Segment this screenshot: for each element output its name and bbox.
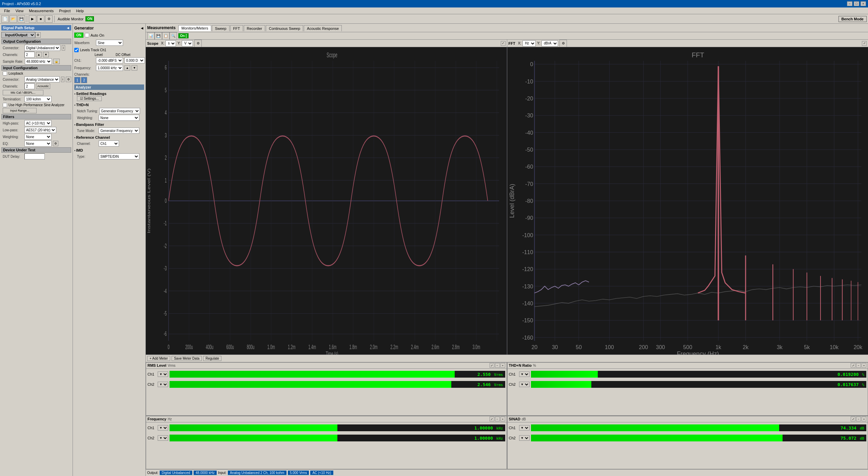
signal-path-expand[interactable]: ◄: [66, 26, 70, 30]
new-button[interactable]: 📄: [1, 15, 9, 23]
scope-x-select[interactable]: s: [165, 40, 176, 46]
sinad-expand-btn[interactable]: ⤢: [851, 417, 855, 421]
thd-settings-btn[interactable]: −: [856, 363, 861, 368]
ch1-btn[interactable]: 1: [74, 77, 80, 83]
chart-on-btn[interactable]: On [: [178, 33, 189, 38]
input-connector-settings[interactable]: ⚙: [66, 77, 71, 82]
input-connector-select[interactable]: Analog Unbalanced: [24, 76, 60, 82]
termination-select[interactable]: 100 kohm: [24, 96, 52, 102]
output-channels-input[interactable]: [24, 52, 35, 58]
fft-y-select[interactable]: dBrA: [541, 40, 558, 46]
input-acoustic-btn[interactable]: Acoustic: [36, 83, 50, 89]
tab-sweep[interactable]: Sweep: [212, 25, 230, 31]
sinad-ch2-dropdown[interactable]: ▼: [519, 435, 530, 441]
menu-view[interactable]: View: [13, 8, 26, 14]
add-meter-btn[interactable]: + Add Meter: [147, 356, 170, 361]
input-range-btn[interactable]: Input Range...: [3, 108, 37, 113]
rms-settings-btn[interactable]: −: [495, 363, 500, 368]
freq-expand-btn[interactable]: ⤢: [490, 417, 494, 421]
low-pass-select[interactable]: AES17 (20 kHz): [24, 127, 56, 133]
tab-fft[interactable]: FFT: [230, 25, 243, 31]
mic-cal-btn[interactable]: Mic Cal / dBSPL...: [3, 90, 43, 95]
sinad-settings-btn[interactable]: −: [856, 417, 861, 421]
analyzer-weighting-select[interactable]: None: [99, 115, 139, 121]
maximize-button[interactable]: □: [854, 1, 859, 6]
stop-button[interactable]: ■: [37, 15, 44, 23]
high-pass-select[interactable]: AC (<10 Hz): [24, 120, 52, 126]
rms-ch1-dropdown[interactable]: ▼: [158, 372, 168, 377]
sample-rate-lock[interactable]: 🔒: [53, 59, 60, 64]
scope-expand-btn[interactable]: ⤢: [501, 41, 506, 46]
generator-expand[interactable]: ◄: [140, 26, 144, 31]
generator-on-btn[interactable]: ON: [74, 33, 83, 38]
high-perf-checkbox[interactable]: [3, 103, 7, 107]
auto-on-checkbox[interactable]: [85, 33, 89, 37]
settings-toolbar-button[interactable]: ⚙: [45, 15, 53, 23]
tune-mode-select[interactable]: Generator Frequency: [99, 128, 139, 134]
scope-settings-btn[interactable]: ⚙: [194, 40, 202, 47]
chart-icon-btn4[interactable]: 🔍: [170, 32, 177, 40]
ref-channel-select[interactable]: Ch1: [99, 140, 119, 147]
tab-acoustic-response[interactable]: Acoustic Response: [304, 25, 342, 31]
input-connector-info[interactable]: i: [61, 77, 64, 82]
minimize-button[interactable]: −: [847, 1, 852, 6]
settings-btn[interactable]: ☑ Settings...: [77, 96, 102, 101]
freq-ch2-dropdown[interactable]: ▼: [158, 435, 168, 441]
imd-type-select[interactable]: SMPTE/DIN: [99, 153, 139, 159]
menu-measurements[interactable]: Measurements: [26, 8, 56, 14]
tab-continuous-sweep[interactable]: Continuous Sweep: [266, 25, 303, 31]
output-channels-spin-up[interactable]: ▲: [36, 52, 42, 57]
thd-ch2-dropdown[interactable]: ▼: [519, 382, 530, 387]
input-channels-input[interactable]: [24, 83, 35, 89]
freq-down-btn[interactable]: ▼: [132, 65, 137, 71]
tab-recorder[interactable]: Recorder: [244, 25, 265, 31]
close-button[interactable]: ×: [861, 1, 866, 6]
loopback-checkbox[interactable]: [3, 71, 7, 76]
freq-settings-btn[interactable]: −: [495, 417, 500, 421]
scope-y-select[interactable]: V: [182, 40, 193, 46]
save-button[interactable]: 💾: [18, 15, 25, 23]
rms-expand-btn[interactable]: ⤢: [490, 363, 494, 368]
sinad-close-btn[interactable]: ×: [862, 417, 866, 421]
menu-project[interactable]: Project: [56, 8, 73, 14]
output-connector-info[interactable]: i: [62, 45, 65, 51]
eq-select[interactable]: None: [24, 140, 52, 147]
menu-file[interactable]: File: [1, 8, 13, 14]
tab-monitors-meters[interactable]: Monitors/Meters: [178, 25, 211, 31]
freq-ch1-dropdown[interactable]: ▼: [158, 425, 168, 431]
io-dropdown[interactable]: Input/Output: [1, 32, 35, 38]
fft-x-select[interactable]: Hz: [522, 40, 536, 46]
io-settings-btn[interactable]: ⚙: [35, 32, 41, 38]
ch1-level-select[interactable]: -0.000 dBFS: [96, 57, 123, 63]
run-button[interactable]: ▶: [29, 15, 36, 23]
thd-ch1-dropdown[interactable]: ▼: [519, 372, 530, 377]
ch1-dc-select[interactable]: 0.000 D: [124, 57, 145, 63]
audible-on-button[interactable]: ON: [85, 16, 94, 21]
eq-settings-btn[interactable]: ⚙: [53, 141, 58, 146]
bench-mode-button[interactable]: Bench Mode: [839, 16, 867, 22]
thd-expand-btn[interactable]: ⤢: [851, 363, 855, 368]
chart-icon-btn3[interactable]: 📋: [162, 32, 170, 40]
weighting-filter-select[interactable]: None: [24, 134, 52, 140]
fft-expand-btn[interactable]: ⤢: [862, 41, 867, 46]
waveform-select[interactable]: Sine: [96, 40, 123, 46]
rms-close-btn[interactable]: ×: [500, 363, 505, 368]
output-channels-spin-down[interactable]: ▼: [43, 52, 49, 57]
dut-delay-input[interactable]: 0.000 s: [24, 153, 45, 159]
sample-rate-select[interactable]: 48.0000 kHz: [25, 58, 52, 64]
open-button[interactable]: 📂: [9, 15, 17, 23]
sinad-ch1-dropdown[interactable]: ▼: [519, 425, 530, 431]
regulate-btn[interactable]: Regulate: [203, 356, 221, 361]
levels-track-checkbox[interactable]: [74, 48, 79, 52]
chart-icon-btn1[interactable]: 📊: [147, 32, 155, 40]
freq-close-btn[interactable]: ×: [500, 417, 505, 421]
save-meter-btn[interactable]: Save Meter Data: [172, 356, 202, 361]
freq-up-btn[interactable]: ▲: [124, 65, 130, 71]
fft-settings-btn[interactable]: ⚙: [559, 40, 567, 47]
frequency-select[interactable]: 1.00000 kHz: [96, 65, 123, 71]
ch2-btn[interactable]: 2: [81, 77, 87, 83]
chart-icon-btn2[interactable]: 💾: [155, 32, 162, 40]
notch-tuning-select[interactable]: Generator Frequency: [99, 108, 140, 114]
output-connector-select[interactable]: Digital Unbalanced: [24, 45, 60, 51]
thd-close-btn[interactable]: ×: [862, 363, 866, 368]
